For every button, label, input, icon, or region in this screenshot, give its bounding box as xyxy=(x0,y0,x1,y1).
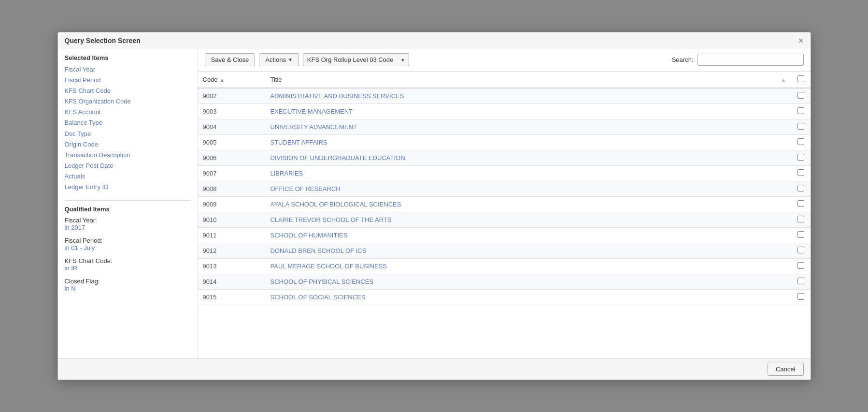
sort-cell xyxy=(776,259,791,274)
title-cell: UNIVERSITY ADVANCEMENT xyxy=(266,119,776,135)
table-row: 9006 DIVISION OF UNDERGRADUATE EDUCATION xyxy=(198,150,811,166)
title-cell: AYALA SCHOOL OF BIOLOGICAL SCIENCES xyxy=(266,197,776,212)
code-cell: 9008 xyxy=(198,181,266,197)
actions-button[interactable]: Actions ▼ xyxy=(259,53,299,66)
table-row: 9014 SCHOOL OF PHYSICAL SCIENCES xyxy=(198,274,811,290)
selected-item[interactable]: KFS Account xyxy=(65,107,191,118)
row-checkbox[interactable] xyxy=(797,200,804,207)
row-checkbox[interactable] xyxy=(797,169,804,176)
code-cell: 9006 xyxy=(198,150,266,166)
row-checkbox[interactable] xyxy=(797,154,804,161)
selected-item[interactable]: Fiscal Year xyxy=(65,64,191,75)
checkbox-cell xyxy=(791,259,811,274)
actions-label: Actions xyxy=(265,56,286,63)
code-cell: 9003 xyxy=(198,104,266,119)
code-cell: 9010 xyxy=(198,212,266,228)
row-checkbox[interactable] xyxy=(797,293,804,300)
save-close-button[interactable]: Save & Close xyxy=(205,53,256,66)
code-cell: 9012 xyxy=(198,243,266,259)
actions-arrow-icon: ▼ xyxy=(288,57,293,62)
selected-item[interactable]: KFS Organization Code xyxy=(65,96,191,107)
row-checkbox[interactable] xyxy=(797,138,804,145)
selected-item[interactable]: Ledger Entry ID xyxy=(65,182,191,192)
title-cell: CLAIRE TREVOR SCHOOL OF THE ARTS xyxy=(266,212,776,228)
modal-footer: Cancel xyxy=(58,358,811,380)
title-cell: ADMINISTRATIVE AND BUSINESS SERVICES xyxy=(266,88,776,104)
code-column-header[interactable]: Code ▲ xyxy=(198,72,266,88)
checkbox-column-header[interactable] xyxy=(791,72,811,88)
table-body: 9002 ADMINISTRATIVE AND BUSINESS SERVICE… xyxy=(198,88,811,305)
row-checkbox[interactable] xyxy=(797,92,804,99)
row-checkbox[interactable] xyxy=(797,123,804,130)
selected-item[interactable]: Actuals xyxy=(65,171,191,182)
qualified-item-label: Closed Flag: xyxy=(65,278,100,285)
row-checkbox[interactable] xyxy=(797,107,804,114)
row-checkbox[interactable] xyxy=(797,278,804,284)
sort-cell xyxy=(776,228,791,243)
checkbox-cell xyxy=(791,212,811,228)
qualified-item: Fiscal Period:in 01 - July xyxy=(65,237,191,251)
code-cell: 9015 xyxy=(198,290,266,305)
table-header-row: Code ▲ Title ▲ xyxy=(198,72,811,88)
code-cell: 9004 xyxy=(198,119,266,135)
close-button[interactable]: × xyxy=(798,36,804,45)
row-checkbox[interactable] xyxy=(797,185,804,191)
title-cell: LIBRARIES xyxy=(266,166,776,181)
selected-item[interactable]: Fiscal Period xyxy=(65,75,191,86)
checkbox-cell xyxy=(791,166,811,181)
level-code-dropdown[interactable]: KFS Org Rollup Level 03 CodeKFS Org Roll… xyxy=(303,53,409,66)
select-all-checkbox[interactable] xyxy=(797,75,804,82)
sort-cell xyxy=(776,243,791,259)
selected-item[interactable]: Balance Type xyxy=(65,118,191,128)
checkbox-cell xyxy=(791,150,811,166)
modal-title: Query Selection Screen xyxy=(65,37,141,44)
checkbox-cell xyxy=(791,88,811,104)
selected-item[interactable]: Origin Code xyxy=(65,139,191,150)
right-panel: Save & Close Actions ▼ KFS Org Rollup Le… xyxy=(198,48,811,358)
sort-cell xyxy=(776,166,791,181)
sort-cell xyxy=(776,135,791,150)
cancel-button[interactable]: Cancel xyxy=(768,363,803,376)
title-column-header[interactable]: Title xyxy=(266,72,776,88)
qualified-items-title: Qualified Items xyxy=(65,206,191,213)
table-row: 9004 UNIVERSITY ADVANCEMENT xyxy=(198,119,811,135)
code-cell: 9014 xyxy=(198,274,266,290)
qualified-item-value: in 01 - July xyxy=(65,244,95,251)
title-cell: DONALD BREN SCHOOL OF ICS xyxy=(266,243,776,259)
search-input[interactable] xyxy=(697,54,804,66)
selected-items-title: Selected Items xyxy=(65,54,191,61)
row-checkbox[interactable] xyxy=(797,262,804,269)
qualified-item: Closed Flag:in N xyxy=(65,278,191,292)
dropdown-wrapper: KFS Org Rollup Level 03 CodeKFS Org Roll… xyxy=(303,53,409,66)
code-cell: 9005 xyxy=(198,135,266,150)
title-cell: STUDENT AFFAIRS xyxy=(266,135,776,150)
checkbox-cell xyxy=(791,228,811,243)
qualified-items-container: Fiscal Year:in 2017Fiscal Period:in 01 -… xyxy=(65,217,191,292)
qualified-item-value: in 2017 xyxy=(65,224,85,231)
table-row: 9003 EXECUTIVE MANAGEMENT xyxy=(198,104,811,119)
selected-item[interactable]: Ledger Post Date xyxy=(65,161,191,171)
checkbox-cell xyxy=(791,290,811,305)
row-checkbox[interactable] xyxy=(797,231,804,238)
table-row: 9009 AYALA SCHOOL OF BIOLOGICAL SCIENCES xyxy=(198,197,811,212)
checkbox-cell xyxy=(791,274,811,290)
selected-items-list: Fiscal YearFiscal PeriodKFS Chart CodeKF… xyxy=(65,64,191,192)
selected-item[interactable]: KFS Chart Code xyxy=(65,86,191,96)
row-checkbox[interactable] xyxy=(797,247,804,253)
sort-cell xyxy=(776,181,791,197)
qualified-item-label: Fiscal Period: xyxy=(65,237,103,244)
title-cell: DIVISION OF UNDERGRADUATE EDUCATION xyxy=(266,150,776,166)
selected-item[interactable]: Transaction Description xyxy=(65,150,191,161)
sort-up-icon: ▲ xyxy=(781,77,786,83)
table-row: 9007 LIBRARIES xyxy=(198,166,811,181)
checkbox-cell xyxy=(791,243,811,259)
row-checkbox[interactable] xyxy=(797,216,804,222)
sort-arrow-icon: ▲ xyxy=(219,77,225,83)
checkbox-cell xyxy=(791,197,811,212)
sort-cell xyxy=(776,197,791,212)
code-cell: 9013 xyxy=(198,259,266,274)
sort-icons-column-header[interactable]: ▲ xyxy=(776,72,791,88)
qualified-item-label: KFS Chart Code: xyxy=(65,257,113,265)
code-cell: 9002 xyxy=(198,88,266,104)
selected-item[interactable]: Doc Type xyxy=(65,129,191,139)
